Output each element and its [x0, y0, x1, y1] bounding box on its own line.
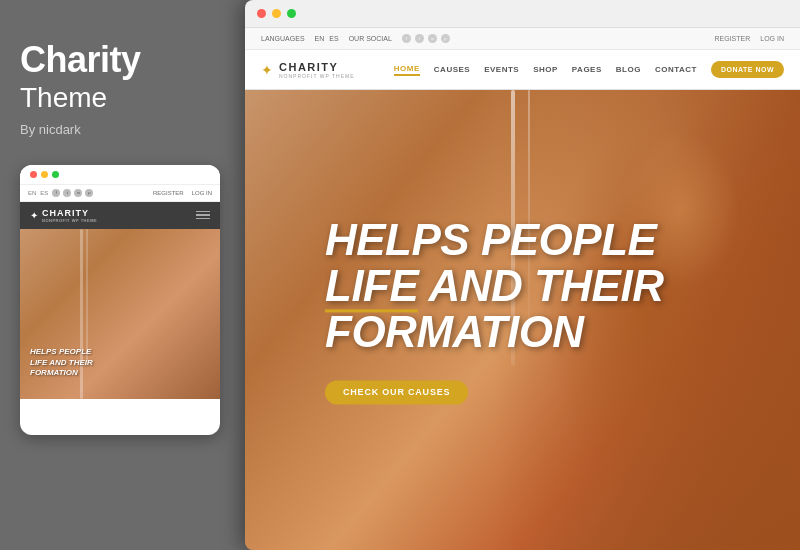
our-social-label: OUR SOCIAL: [349, 35, 392, 42]
nav-link-home[interactable]: HOME: [394, 64, 420, 76]
lang-es[interactable]: ES: [329, 35, 338, 42]
nav-link-blog[interactable]: BLOG: [616, 65, 641, 74]
nav-link-events[interactable]: EVENTS: [484, 65, 519, 74]
donate-button[interactable]: DONATE NOW: [711, 61, 784, 78]
desktop-main-nav: ✦ CHARITY NONPROFIT WP THEME HOME CAUSES…: [245, 50, 800, 90]
pinterest-icon[interactable]: p: [441, 34, 450, 43]
left-panel: Charity Theme By nicdark EN ES f t in p: [0, 0, 245, 550]
mobile-dot-red: [30, 171, 37, 178]
mobile-hero-heading: HELPS PEOPLE LIFE AND THEIR FORMATION: [30, 347, 93, 378]
mobile-hero-text: HELPS PEOPLE LIFE AND THEIR FORMATION: [30, 347, 93, 378]
desktop-strip-left: LANGUAGES EN ES OUR SOCIAL f t in p: [261, 34, 450, 43]
mobile-logo: ✦ CHARITY NONPROFIT WP THEME: [30, 208, 97, 223]
hero-line-2: LIFE AND THEIR: [325, 264, 663, 310]
facebook-icon[interactable]: f: [402, 34, 411, 43]
languages-label: LANGUAGES: [261, 35, 305, 42]
desktop-website-content: LANGUAGES EN ES OUR SOCIAL f t in p REGI…: [245, 28, 800, 550]
nav-link-contact[interactable]: CONTACT: [655, 65, 697, 74]
mobile-dot-yellow: [41, 171, 48, 178]
site-logo[interactable]: ✦ CHARITY NONPROFIT WP THEME: [261, 61, 355, 79]
nav-link-pages[interactable]: PAGES: [572, 65, 602, 74]
linkedin-icon[interactable]: in: [428, 34, 437, 43]
desktop-lang-switcher: EN ES: [315, 35, 339, 42]
mobile-logo-text: CHARITY NONPROFIT WP THEME: [42, 208, 97, 223]
mobile-facebook-icon: f: [52, 189, 60, 197]
desktop-preview-card: LANGUAGES EN ES OUR SOCIAL f t in p REGI…: [245, 0, 800, 550]
desktop-hero-section: HELPS PEOPLE LIFE AND THEIR FORMATION CH…: [245, 90, 800, 550]
theme-author: By nicdark: [20, 122, 225, 137]
mobile-twitter-icon: t: [63, 189, 71, 197]
nav-link-shop[interactable]: SHOP: [533, 65, 558, 74]
logo-text-block: CHARITY NONPROFIT WP THEME: [279, 61, 355, 79]
logo-dove-icon: ✦: [261, 62, 273, 78]
desktop-dot-red: [257, 9, 266, 18]
mobile-lang-en: EN: [28, 190, 36, 196]
logo-name: CHARITY: [279, 61, 355, 73]
desktop-chrome-bar: [245, 0, 800, 28]
hero-line-1: HELPS PEOPLE: [325, 217, 663, 263]
desktop-dot-green: [287, 9, 296, 18]
mobile-preview-card: EN ES f t in p REGISTER LOG IN ✦ CHARITY: [20, 165, 220, 435]
twitter-icon[interactable]: t: [415, 34, 424, 43]
desktop-social-icons: f t in p: [402, 34, 450, 43]
mobile-hero: HELPS PEOPLE LIFE AND THEIR FORMATION: [20, 229, 220, 399]
mobile-dot-green: [52, 171, 59, 178]
login-link[interactable]: LOG IN: [760, 35, 784, 42]
mobile-logo-tagline: NONPROFIT WP THEME: [42, 218, 97, 223]
desktop-auth-links: REGISTER LOG IN: [714, 35, 784, 42]
mobile-header: ✦ CHARITY NONPROFIT WP THEME: [20, 202, 220, 229]
main-nav-links: HOME CAUSES EVENTS SHOP PAGES BLOG CONTA…: [394, 61, 784, 78]
mobile-auth-row: REGISTER LOG IN: [153, 190, 212, 196]
mobile-login-label: LOG IN: [192, 190, 212, 196]
nav-link-causes[interactable]: CAUSES: [434, 65, 470, 74]
mobile-social-icons: f t in p: [52, 189, 93, 197]
desktop-top-strip: LANGUAGES EN ES OUR SOCIAL f t in p REGI…: [245, 28, 800, 50]
mobile-lang-es: ES: [40, 190, 48, 196]
logo-tagline: NONPROFIT WP THEME: [279, 73, 355, 79]
hero-cta-button[interactable]: CHECK OUR CAUSES: [325, 380, 468, 404]
mobile-top-strip: EN ES f t in p REGISTER LOG IN: [20, 185, 220, 202]
lang-en[interactable]: EN: [315, 35, 325, 42]
mobile-linkedin-icon: in: [74, 189, 82, 197]
theme-title-block: Charity Theme By nicdark: [20, 40, 225, 137]
hero-heading: HELPS PEOPLE LIFE AND THEIR FORMATION: [325, 217, 663, 356]
mobile-pinterest-icon: p: [85, 189, 93, 197]
hero-text-block: HELPS PEOPLE LIFE AND THEIR FORMATION CH…: [325, 217, 663, 404]
theme-name: Charity: [20, 40, 225, 80]
mobile-chrome-bar: [20, 165, 220, 185]
mobile-hamburger-icon[interactable]: [196, 211, 210, 220]
theme-type: Theme: [20, 82, 225, 114]
mobile-register-label: REGISTER: [153, 190, 184, 196]
register-link[interactable]: REGISTER: [714, 35, 750, 42]
mobile-logo-icon: ✦: [30, 210, 38, 221]
hero-line-3: FORMATION: [325, 310, 663, 356]
desktop-dot-yellow: [272, 9, 281, 18]
mobile-lang-row: EN ES f t in p: [28, 189, 93, 197]
